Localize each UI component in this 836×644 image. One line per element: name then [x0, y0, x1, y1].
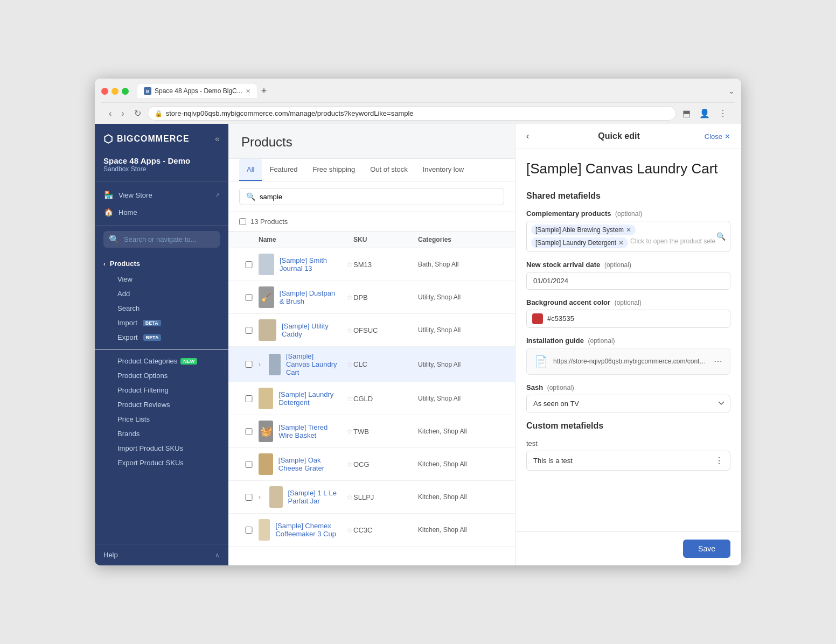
product-info: [Sample] Chemex Coffeemaker 3 Cup ☆	[259, 519, 353, 541]
product-name-link[interactable]: [Sample] Oak Cheese Grater	[278, 456, 339, 472]
product-categories: Utility, Shop All	[418, 361, 504, 368]
star-icon[interactable]: ☆	[346, 394, 353, 403]
sash-field: Sash (optional) As seen on TV New Sale B…	[526, 383, 730, 412]
product-options-label: Product Options	[117, 372, 168, 380]
product-name-link[interactable]: [Sample] Utility Caddy	[282, 322, 339, 338]
product-name-link[interactable]: [Sample] Smith Journal 13	[280, 256, 339, 272]
forward-button[interactable]: ›	[118, 107, 127, 121]
product-sku: OFSUC	[353, 326, 418, 334]
tag-remove-laundry-det[interactable]: ✕	[618, 239, 624, 247]
expand-icon[interactable]: ›	[259, 493, 264, 501]
products-area: All Featured Free shipping Out of stock …	[228, 158, 515, 565]
installation-guide-file-area: 📄 https://store-nqivp06qsb.mybigcommerce…	[526, 348, 730, 375]
star-icon[interactable]: ☆	[346, 427, 353, 436]
sidebar-item-product-categories[interactable]: Product Categories NEW	[95, 354, 228, 368]
color-text-input[interactable]	[547, 314, 724, 323]
product-info: [Sample] Oak Cheese Grater ☆	[259, 453, 353, 475]
active-tab[interactable]: B Space 48 Apps - Demo BigC... ✕	[137, 84, 257, 98]
minimize-traffic-light[interactable]	[112, 88, 119, 95]
sidebar-item-brands[interactable]: Brands	[95, 426, 228, 441]
tab-featured[interactable]: Featured	[262, 159, 305, 181]
sidebar-item-export[interactable]: Export BETA	[95, 330, 228, 345]
tab-close-icon[interactable]: ✕	[246, 88, 250, 95]
sidebar-item-price-lists[interactable]: Price Lists	[95, 412, 228, 426]
expand-icon[interactable]: ›	[259, 361, 263, 368]
home-icon: 🏠	[103, 208, 113, 216]
product-name-link[interactable]: [Sample] Canvas Laundry Cart	[286, 352, 339, 376]
star-icon[interactable]: ☆	[346, 260, 353, 269]
file-menu-button[interactable]: ⋯	[714, 356, 722, 366]
color-input-wrap[interactable]	[526, 310, 730, 328]
product-info: [Sample] Laundry Detergent ☆	[259, 388, 353, 409]
sidebar-item-import-product-skus[interactable]: Import Product SKUs	[95, 441, 228, 456]
close-traffic-light[interactable]	[101, 88, 108, 95]
new-tab-button[interactable]: +	[259, 86, 269, 97]
search-box[interactable]: 🔍	[103, 231, 220, 248]
row-checkbox[interactable]	[239, 395, 259, 402]
sidebar-item-search[interactable]: Search	[95, 301, 228, 316]
save-button[interactable]: Save	[683, 540, 730, 558]
sidebar-item-product-filtering[interactable]: Product Filtering	[95, 383, 228, 397]
select-all-checkbox[interactable]	[239, 218, 246, 225]
sidebar-item-view-store[interactable]: 🏪 View Store ↗	[95, 186, 228, 204]
tab-inventory-low[interactable]: Inventory low	[415, 159, 472, 181]
installation-guide-field: Installation guide (optional) 📄 https://…	[526, 337, 730, 375]
products-section-header[interactable]: ‹ Products	[95, 255, 228, 272]
reload-button[interactable]: ↻	[131, 106, 144, 121]
row-checkbox[interactable]	[239, 261, 259, 268]
star-icon[interactable]: ☆	[346, 293, 353, 302]
sidebar-item-view[interactable]: View	[95, 272, 228, 286]
sidebar-item-product-reviews[interactable]: Product Reviews	[95, 397, 228, 412]
back-button[interactable]: ‹	[106, 107, 115, 121]
row-checkbox[interactable]	[239, 361, 259, 368]
star-icon[interactable]: ☆	[346, 360, 353, 369]
row-checkbox[interactable]	[239, 294, 259, 301]
product-name-link[interactable]: [Sample] Laundry Detergent	[278, 390, 339, 407]
product-name-link[interactable]: [Sample] 1 L Le Parfait Jar	[288, 489, 339, 505]
row-checkbox[interactable]	[239, 428, 259, 435]
new-stock-arrival-input[interactable]	[526, 272, 730, 290]
complementary-products-input[interactable]: [Sample] Able Brewing System ✕ [Sample] …	[526, 221, 730, 252]
product-name-link[interactable]: [Sample] Dustpan & Brush	[280, 289, 339, 305]
product-search-wrap[interactable]: 🔍	[239, 188, 504, 205]
profile-button[interactable]: 👤	[696, 106, 713, 121]
sash-select[interactable]: As seen on TV New Sale Best Seller	[526, 395, 730, 412]
address-bar[interactable]: 🔒 store-nqivp06qsb.mybigcommerce.com/man…	[148, 106, 676, 121]
star-icon[interactable]: ☆	[346, 493, 353, 501]
sidebar-collapse-button[interactable]: «	[215, 134, 220, 144]
row-checkbox[interactable]	[239, 494, 259, 501]
tag-remove-able-brewing[interactable]: ✕	[626, 226, 631, 234]
row-checkbox[interactable]	[239, 461, 259, 468]
star-icon[interactable]: ☆	[346, 526, 353, 534]
product-name-link[interactable]: [Sample] Chemex Coffeemaker 3 Cup	[275, 522, 339, 538]
export-product-skus-label: Export Product SKUs	[117, 459, 184, 467]
sidebar-item-home[interactable]: 🏠 Home	[95, 204, 228, 221]
tab-out-of-stock[interactable]: Out of stock	[363, 159, 415, 181]
menu-button[interactable]: ⋮	[715, 106, 730, 121]
star-icon[interactable]: ☆	[346, 460, 353, 468]
tab-all[interactable]: All	[239, 159, 262, 181]
quick-edit-back-button[interactable]: ‹	[526, 131, 529, 141]
quick-edit-footer: Save	[515, 531, 741, 565]
maximize-traffic-light[interactable]	[122, 88, 129, 95]
product-name-link[interactable]: [Sample] Tiered Wire Basket	[278, 423, 339, 439]
custom-field-input[interactable]	[533, 457, 710, 465]
sidebar-header: ⬡ BIGCOMMERCE «	[95, 124, 228, 152]
custom-field-menu-button[interactable]: ⋮	[715, 456, 723, 466]
search-input[interactable]	[124, 235, 214, 243]
nav-icons: ⬒ 👤 ⋮	[679, 106, 730, 121]
cast-button[interactable]: ⬒	[679, 106, 694, 121]
row-checkbox[interactable]	[239, 527, 259, 534]
product-thumb	[259, 319, 276, 341]
product-search-input[interactable]	[260, 193, 497, 201]
star-icon[interactable]: ☆	[346, 326, 353, 334]
sidebar-item-import[interactable]: Import BETA	[95, 316, 228, 330]
export-label: Export	[117, 333, 138, 341]
product-thumb	[269, 354, 281, 375]
sidebar-item-add[interactable]: Add	[95, 286, 228, 301]
quick-edit-close-button[interactable]: Close ✕	[705, 132, 730, 141]
row-checkbox[interactable]	[239, 327, 259, 334]
sidebar-item-product-options[interactable]: Product Options	[95, 368, 228, 383]
sidebar-item-export-product-skus[interactable]: Export Product SKUs	[95, 456, 228, 470]
tab-free-shipping[interactable]: Free shipping	[305, 159, 363, 181]
